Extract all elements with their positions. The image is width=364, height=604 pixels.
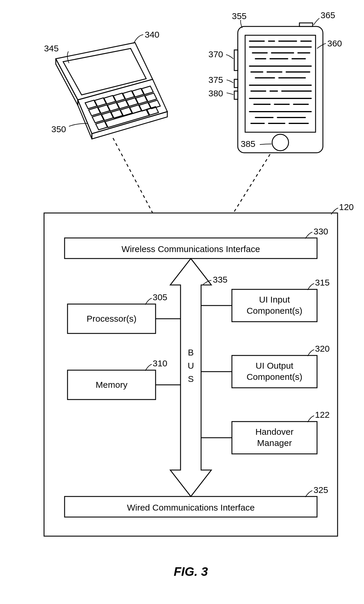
svg-rect-3 <box>234 50 238 71</box>
ref-380: 380 <box>208 88 223 98</box>
processor-label: Processor(s) <box>87 314 136 323</box>
ref-335: 335 <box>213 275 227 284</box>
ref-355: 355 <box>232 11 247 21</box>
ref-350: 350 <box>51 124 66 134</box>
ref-345: 345 <box>44 43 59 53</box>
ui-output-label-2: Component(s) <box>247 372 302 382</box>
phone-icon <box>234 23 323 153</box>
ref-365: 365 <box>321 10 335 20</box>
svg-rect-4 <box>234 79 238 88</box>
svg-rect-5 <box>234 91 238 99</box>
handover-label-2: Manager <box>257 438 292 448</box>
handover-box <box>232 422 317 454</box>
ref-305: 305 <box>153 292 167 302</box>
figure-caption: FIG. 3 <box>174 565 208 578</box>
ref-120: 120 <box>339 202 354 212</box>
memory-label: Memory <box>96 380 127 390</box>
svg-rect-2 <box>299 23 313 26</box>
ref-385: 385 <box>241 139 255 149</box>
ref-360: 360 <box>327 38 342 48</box>
ref-122: 122 <box>315 410 330 420</box>
ref-340: 340 <box>145 30 159 39</box>
wired-interface-label: Wired Communications Interface <box>127 503 255 512</box>
svg-line-39 <box>233 154 270 213</box>
handover-label-1: Handover <box>255 427 294 437</box>
ref-310: 310 <box>153 358 167 368</box>
ref-330: 330 <box>314 226 328 236</box>
ui-input-label-2: Component(s) <box>247 306 302 316</box>
ref-370: 370 <box>208 49 223 59</box>
bus-letter-s: S <box>188 374 194 384</box>
ui-output-label-1: UI Output <box>256 361 294 370</box>
laptop-icon <box>56 43 167 139</box>
wireless-interface-label: Wireless Communications Interface <box>122 244 260 254</box>
ref-325: 325 <box>314 485 328 495</box>
ref-315: 315 <box>315 278 330 287</box>
ref-320: 320 <box>315 344 330 353</box>
bus-letter-b: B <box>188 348 194 357</box>
ui-input-label-1: UI Input <box>259 295 290 304</box>
ui-input-box <box>232 289 317 322</box>
ref-375: 375 <box>208 75 223 85</box>
ui-output-box <box>232 355 317 388</box>
svg-line-38 <box>113 138 153 213</box>
bus-letter-u: U <box>188 361 194 370</box>
figure-3-diagram: 340 345 350 <box>0 0 364 604</box>
